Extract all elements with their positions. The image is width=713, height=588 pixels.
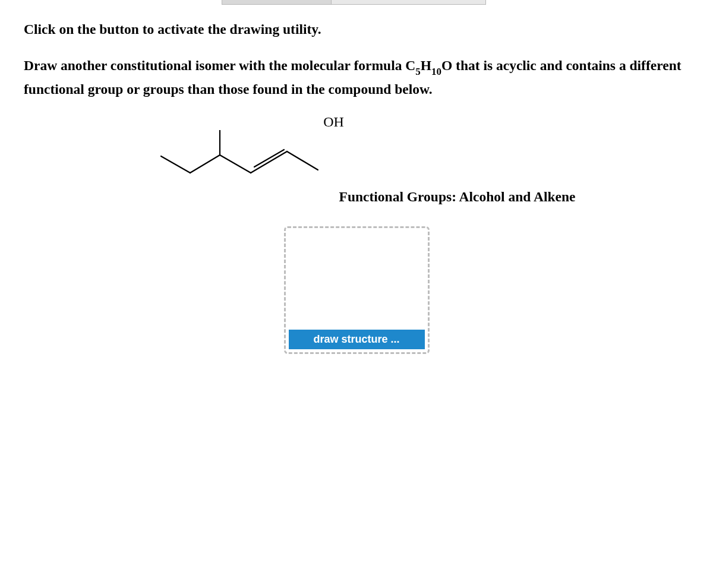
instruction-text: Click on the button to activate the draw… [24,20,689,39]
drawing-canvas-placeholder[interactable]: draw structure ... [284,226,430,354]
svg-line-1 [190,155,220,173]
svg-line-6 [287,151,318,170]
svg-line-5 [254,150,284,167]
molecule-structure-icon [153,130,337,189]
top-tab-right [332,0,486,5]
svg-line-3 [220,155,251,173]
question-part1: Draw another constitutional isomer with … [24,58,415,73]
formula-sub-10: 10 [431,66,441,77]
svg-line-4 [251,151,287,173]
question-part2: H [421,58,431,73]
top-tab-bar [222,0,486,5]
question-text: Draw another constitutional isomer with … [24,55,689,100]
structure-display: OH Functional Groups: Alcohol and Alkene… [24,114,689,354]
formula-sub-5: 5 [415,66,420,77]
top-tab-left [222,0,332,5]
hydroxyl-label: OH [0,114,689,130]
content-area: Click on the button to activate the draw… [0,0,713,354]
svg-line-2 [161,156,190,173]
functional-groups-text: Functional Groups: Alcohol and Alkene [339,189,576,205]
draw-structure-button[interactable]: draw structure ... [289,330,425,349]
